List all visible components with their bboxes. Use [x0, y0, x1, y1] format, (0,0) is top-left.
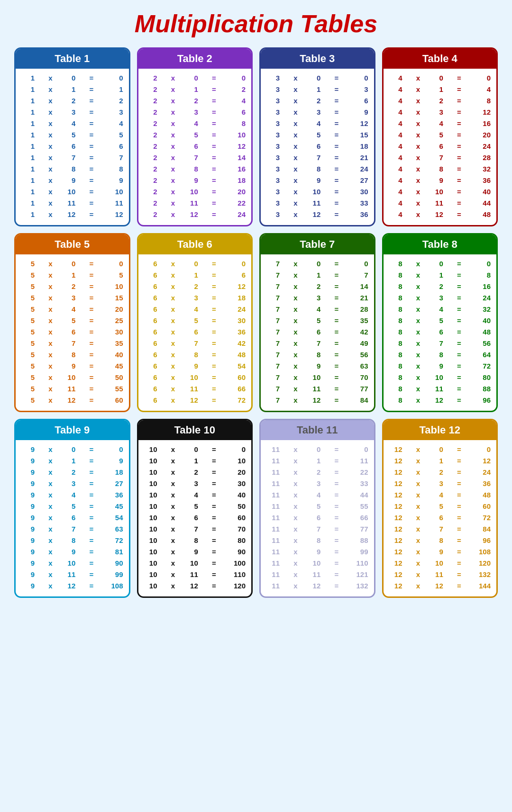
table-row: 3 x 3 = 9 — [266, 107, 368, 118]
table-row: 10 x 6 = 60 — [144, 512, 246, 523]
table-row: 6 x 5 = 30 — [144, 315, 246, 326]
table-row: 4 x 2 = 8 — [389, 95, 491, 107]
table-header-10: Table 10 — [138, 420, 252, 440]
table-row: 12 x 10 = 120 — [389, 558, 491, 569]
table-row: 8 x 4 = 32 — [389, 304, 491, 315]
table-row: 4 x 6 = 24 — [389, 141, 491, 152]
table-card-7: Table 77 x 0 = 07 x 1 = 77 x 2 = 147 x 3… — [259, 233, 375, 412]
table-row: 3 x 1 = 3 — [266, 84, 368, 95]
page-title: Multiplication Tables — [9, 9, 503, 38]
table-row: 2 x 12 = 24 — [144, 209, 246, 220]
table-row: 9 x 3 = 27 — [21, 478, 123, 489]
table-row: 2 x 8 = 16 — [144, 163, 246, 175]
table-row: 1 x 8 = 8 — [21, 163, 123, 175]
table-card-6: Table 66 x 0 = 06 x 1 = 66 x 2 = 126 x 3… — [137, 233, 253, 412]
table-header-4: Table 4 — [384, 49, 497, 69]
table-header-11: Table 11 — [261, 420, 374, 440]
table-row: 11 x 8 = 88 — [266, 535, 368, 546]
table-row: 5 x 10 = 50 — [21, 372, 123, 383]
table-row: 1 x 10 = 10 — [21, 186, 123, 198]
table-row: 7 x 12 = 84 — [266, 395, 368, 406]
table-row: 7 x 6 = 42 — [266, 326, 368, 338]
table-row: 12 x 0 = 0 — [389, 444, 491, 455]
table-row: 5 x 9 = 45 — [21, 361, 123, 372]
table-row: 5 x 0 = 0 — [21, 258, 123, 270]
table-row: 3 x 10 = 30 — [266, 186, 368, 198]
table-row: 6 x 1 = 6 — [144, 270, 246, 281]
table-row: 1 x 0 = 0 — [21, 72, 123, 84]
table-row: 7 x 8 = 56 — [266, 349, 368, 361]
table-body-4: 4 x 0 = 04 x 1 = 44 x 2 = 84 x 3 = 124 x… — [384, 69, 497, 225]
table-row: 2 x 3 = 6 — [144, 107, 246, 118]
table-row: 9 x 5 = 45 — [21, 501, 123, 512]
table-header-3: Table 3 — [261, 49, 374, 69]
table-row: 12 x 3 = 36 — [389, 478, 491, 489]
table-row: 8 x 1 = 8 — [389, 270, 491, 281]
table-row: 4 x 3 = 12 — [389, 107, 491, 118]
table-row: 12 x 11 = 132 — [389, 569, 491, 580]
table-row: 7 x 0 = 0 — [266, 258, 368, 270]
table-card-4: Table 44 x 0 = 04 x 1 = 44 x 2 = 84 x 3 … — [382, 47, 498, 226]
table-row: 4 x 12 = 48 — [389, 209, 491, 220]
table-body-11: 11 x 0 = 011 x 1 = 1111 x 2 = 2211 x 3 =… — [261, 440, 374, 596]
table-row: 4 x 4 = 16 — [389, 118, 491, 129]
table-row: 1 x 11 = 11 — [21, 198, 123, 209]
table-row: 2 x 4 = 8 — [144, 118, 246, 129]
table-row: 6 x 12 = 72 — [144, 395, 246, 406]
table-body-9: 9 x 0 = 09 x 1 = 99 x 2 = 189 x 3 = 279 … — [16, 440, 129, 596]
table-row: 4 x 9 = 36 — [389, 175, 491, 186]
table-row: 4 x 1 = 4 — [389, 84, 491, 95]
table-row: 1 x 9 = 9 — [21, 175, 123, 186]
table-row: 4 x 11 = 44 — [389, 198, 491, 209]
table-row: 10 x 0 = 0 — [144, 444, 246, 455]
table-row: 10 x 3 = 30 — [144, 478, 246, 489]
table-row: 8 x 12 = 96 — [389, 395, 491, 406]
table-row: 9 x 7 = 63 — [21, 523, 123, 535]
table-row: 6 x 2 = 12 — [144, 281, 246, 292]
table-row: 11 x 1 = 11 — [266, 455, 368, 467]
table-row: 9 x 12 = 108 — [21, 580, 123, 592]
table-row: 3 x 9 = 27 — [266, 175, 368, 186]
table-card-11: Table 1111 x 0 = 011 x 1 = 1111 x 2 = 22… — [259, 419, 375, 598]
table-row: 6 x 11 = 66 — [144, 383, 246, 395]
table-row: 11 x 4 = 44 — [266, 489, 368, 501]
table-card-9: Table 99 x 0 = 09 x 1 = 99 x 2 = 189 x 3… — [14, 419, 130, 598]
table-body-6: 6 x 0 = 06 x 1 = 66 x 2 = 126 x 3 = 186 … — [138, 254, 252, 411]
table-body-8: 8 x 0 = 08 x 1 = 88 x 2 = 168 x 3 = 248 … — [384, 254, 497, 411]
table-row: 8 x 6 = 48 — [389, 326, 491, 338]
table-card-10: Table 1010 x 0 = 010 x 1 = 1010 x 2 = 20… — [137, 419, 253, 598]
table-row: 6 x 0 = 0 — [144, 258, 246, 270]
table-row: 6 x 7 = 42 — [144, 338, 246, 349]
table-row: 2 x 11 = 22 — [144, 198, 246, 209]
table-row: 10 x 2 = 20 — [144, 467, 246, 478]
table-row: 7 x 2 = 14 — [266, 281, 368, 292]
table-row: 1 x 12 = 12 — [21, 209, 123, 220]
table-body-5: 5 x 0 = 05 x 1 = 55 x 2 = 105 x 3 = 155 … — [16, 254, 129, 411]
table-header-5: Table 5 — [16, 235, 129, 254]
table-row: 4 x 7 = 28 — [389, 152, 491, 163]
table-row: 5 x 2 = 10 — [21, 281, 123, 292]
table-row: 1 x 5 = 5 — [21, 129, 123, 141]
table-row: 10 x 9 = 90 — [144, 546, 246, 558]
table-row: 6 x 3 = 18 — [144, 292, 246, 304]
table-row: 5 x 3 = 15 — [21, 292, 123, 304]
table-row: 3 x 7 = 21 — [266, 152, 368, 163]
table-row: 12 x 8 = 96 — [389, 535, 491, 546]
table-row: 6 x 8 = 48 — [144, 349, 246, 361]
table-row: 5 x 12 = 60 — [21, 395, 123, 406]
table-row: 11 x 10 = 110 — [266, 558, 368, 569]
table-row: 9 x 6 = 54 — [21, 512, 123, 523]
table-row: 1 x 1 = 1 — [21, 84, 123, 95]
table-row: 2 x 1 = 2 — [144, 84, 246, 95]
table-row: 2 x 2 = 4 — [144, 95, 246, 107]
table-row: 11 x 5 = 55 — [266, 501, 368, 512]
table-row: 10 x 10 = 100 — [144, 558, 246, 569]
table-body-1: 1 x 0 = 01 x 1 = 11 x 2 = 21 x 3 = 31 x … — [16, 69, 129, 225]
table-row: 3 x 0 = 0 — [266, 72, 368, 84]
table-row: 1 x 4 = 4 — [21, 118, 123, 129]
table-row: 1 x 7 = 7 — [21, 152, 123, 163]
table-row: 3 x 4 = 12 — [266, 118, 368, 129]
table-row: 3 x 2 = 6 — [266, 95, 368, 107]
table-body-10: 10 x 0 = 010 x 1 = 1010 x 2 = 2010 x 3 =… — [138, 440, 252, 596]
table-row: 6 x 6 = 36 — [144, 326, 246, 338]
